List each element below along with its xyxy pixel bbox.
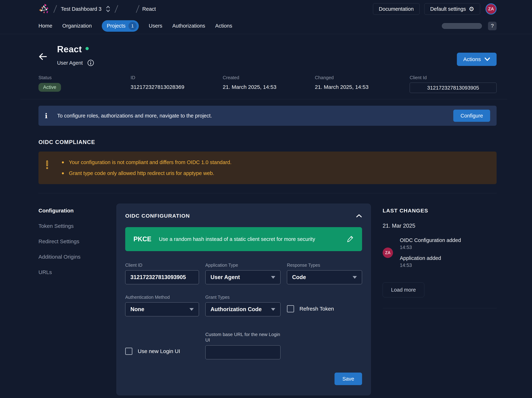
caret-down-icon bbox=[271, 276, 275, 279]
load-more-button[interactable]: Load more bbox=[383, 282, 424, 297]
warning-text: Your configuration is not compliant and … bbox=[69, 159, 231, 165]
default-settings-button[interactable]: Default settings ⚙ bbox=[424, 3, 480, 15]
sidenav-item-configuration[interactable]: Configuration bbox=[38, 208, 116, 214]
client-id-copy-box[interactable]: 312172327813093905 bbox=[410, 83, 497, 93]
caret-down-icon bbox=[271, 308, 275, 311]
breadcrumb-org[interactable]: Test Dashboard 3 bbox=[61, 6, 101, 12]
custom-base-url-input[interactable] bbox=[205, 345, 280, 359]
client-id-field-label: Client ID bbox=[125, 263, 199, 268]
warning-text: Grant type code only allowed http redire… bbox=[69, 170, 214, 176]
nav-item-home[interactable]: Home bbox=[38, 23, 52, 29]
warning-list: Your configuration is not compliant and … bbox=[62, 159, 231, 176]
chevron-down-icon bbox=[484, 57, 490, 61]
grant-types-field: Grant Types Authorization Code bbox=[205, 295, 280, 316]
help-button[interactable]: ? bbox=[488, 22, 497, 30]
project-info-banner: i To configure roles, authorizations and… bbox=[38, 106, 497, 126]
bullet-icon bbox=[62, 172, 64, 174]
grant-types-select[interactable]: Authorization Code bbox=[205, 302, 280, 316]
use-new-login-field: Use new Login UI bbox=[125, 348, 199, 355]
client-id-label: Client Id bbox=[410, 75, 497, 80]
configure-button[interactable]: Configure bbox=[453, 110, 490, 122]
change-avatar: ZA bbox=[383, 248, 393, 258]
divider bbox=[38, 193, 497, 193]
title-block: React User Agent bbox=[57, 44, 94, 66]
info-circle-icon[interactable] bbox=[87, 59, 94, 66]
oidc-configuration-card: OIDC CONFIGURATION PKCE Use a random has… bbox=[116, 204, 371, 395]
change-event: Application added 14:53 bbox=[400, 255, 461, 268]
gear-icon: ⚙ bbox=[469, 6, 474, 12]
custom-base-url-field: Custom base URL for the new Login UI bbox=[205, 332, 280, 359]
header: Test Dashboard 3 React Documentation Def… bbox=[0, 0, 532, 18]
id-label: ID bbox=[131, 75, 223, 80]
application-type-label: Application Type bbox=[205, 263, 280, 268]
active-status-dot bbox=[86, 47, 89, 50]
client-id-input[interactable]: 312172327813093905 bbox=[125, 270, 199, 284]
user-avatar[interactable]: ZA bbox=[486, 3, 497, 14]
breadcrumb-separator bbox=[115, 5, 118, 13]
nav-item-projects-label: Projects bbox=[107, 23, 126, 29]
sidenav-item-redirect-settings[interactable]: Redirect Settings bbox=[38, 238, 116, 244]
projects-count-badge: 1 bbox=[128, 22, 137, 30]
breadcrumb-separator bbox=[136, 5, 139, 13]
application-type-select[interactable]: User Agent bbox=[205, 270, 280, 284]
nav-item-projects[interactable]: Projects 1 bbox=[102, 20, 139, 32]
refresh-token-checkbox[interactable] bbox=[287, 305, 294, 312]
grant-types-value: Authorization Code bbox=[210, 306, 262, 313]
save-button-label: Save bbox=[342, 376, 354, 382]
oidc-compliance-heading: OIDC COMPLIANCE bbox=[38, 139, 497, 145]
auth-method-field: Authentication Method None bbox=[125, 295, 199, 316]
change-events: OIDC Configuration added 14:53 Applicati… bbox=[400, 237, 461, 268]
refresh-token-label: Refresh Token bbox=[299, 306, 334, 312]
sidenav-item-urls[interactable]: URLs bbox=[38, 269, 116, 275]
id-value: 312172327813028369 bbox=[131, 84, 223, 90]
change-event-title: Application added bbox=[400, 255, 461, 261]
oidc-configuration-heading: OIDC CONFIGURATION bbox=[125, 213, 190, 219]
change-event-time: 14:53 bbox=[400, 263, 461, 268]
change-event-title: OIDC Configuration added bbox=[400, 237, 461, 243]
main-nav: Home Organization Projects 1 Users Autho… bbox=[0, 18, 532, 34]
loading-skeleton-bar bbox=[442, 23, 482, 29]
save-button[interactable]: Save bbox=[335, 372, 362, 385]
caret-down-icon bbox=[190, 308, 194, 311]
last-changes-heading: LAST CHANGES bbox=[383, 208, 497, 214]
nav-item-users[interactable]: Users bbox=[149, 23, 162, 29]
response-types-value: Code bbox=[292, 274, 306, 281]
sidenav-item-token-settings[interactable]: Token Settings bbox=[38, 223, 116, 229]
warning-item: Grant type code only allowed http redire… bbox=[62, 170, 231, 176]
nav-item-actions[interactable]: Actions bbox=[215, 23, 232, 29]
last-changes-panel: LAST CHANGES 21. Mar 2025 ZA OIDC Config… bbox=[383, 204, 497, 308]
divider bbox=[20, 99, 507, 99]
application-type-value: User Agent bbox=[210, 274, 240, 281]
breadcrumb-app[interactable]: React bbox=[142, 6, 156, 12]
app-type-subtitle: User Agent bbox=[57, 60, 83, 66]
sidenav-item-additional-origins[interactable]: Additional Origins bbox=[38, 254, 116, 260]
change-entry-group: ZA OIDC Configuration added 14:53 Applic… bbox=[383, 237, 497, 268]
actions-dropdown-button[interactable]: Actions bbox=[457, 53, 497, 66]
collapse-chevron-up-icon[interactable] bbox=[356, 214, 362, 218]
warning-exclamation-icon bbox=[46, 161, 48, 169]
status-badge: Active bbox=[38, 83, 61, 92]
edit-pencil-icon[interactable] bbox=[347, 235, 354, 243]
compliance-warning-box: Your configuration is not compliant and … bbox=[38, 151, 497, 184]
change-avatar-initials: ZA bbox=[385, 250, 391, 255]
avatar-initials: ZA bbox=[488, 7, 494, 12]
org-switcher-icon[interactable] bbox=[105, 5, 111, 13]
back-arrow-icon[interactable] bbox=[38, 53, 47, 66]
settings-side-nav: Configuration Token Settings Redirect Se… bbox=[38, 204, 116, 285]
use-new-login-label: Use new Login UI bbox=[138, 348, 180, 354]
last-changes-date: 21. Mar 2025 bbox=[383, 223, 497, 229]
meta-id: ID 312172327813028369 bbox=[131, 75, 223, 93]
documentation-button[interactable]: Documentation bbox=[373, 3, 420, 15]
content-row: Configuration Token Settings Redirect Se… bbox=[38, 204, 497, 395]
use-new-login-checkbox[interactable] bbox=[125, 348, 132, 355]
warning-item: Your configuration is not compliant and … bbox=[62, 159, 231, 165]
changed-value: 21. March 2025, 14:53 bbox=[315, 84, 407, 90]
response-types-select[interactable]: Code bbox=[287, 270, 362, 284]
meta-created: Created 21. March 2025, 14:53 bbox=[223, 75, 315, 93]
zitadel-logo-icon[interactable] bbox=[38, 3, 50, 15]
nav-item-organization[interactable]: Organization bbox=[62, 23, 92, 29]
auth-method-select[interactable]: None bbox=[125, 302, 199, 316]
actions-button-label: Actions bbox=[463, 56, 481, 62]
nav-item-authorizations[interactable]: Authorizations bbox=[172, 23, 205, 29]
caret-down-icon bbox=[353, 276, 357, 279]
